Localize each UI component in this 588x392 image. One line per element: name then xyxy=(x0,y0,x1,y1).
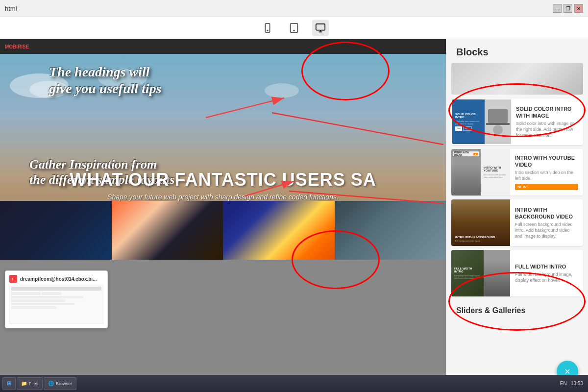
chat-body xyxy=(9,285,103,324)
chat-header: F dreampifcom@host014.cbox.bi... xyxy=(9,275,103,283)
block-desc-fullwidth: Full width background image, display eff… xyxy=(515,272,578,283)
taskbar: ⊞ 📁 Files 🌐 Browser EN 13:53 xyxy=(0,375,588,392)
solid-mini-buttons: Start More xyxy=(455,126,482,131)
hero-title: WHAT OUR FANTASTIC USERS SA xyxy=(0,170,446,190)
taskbar-file-manager[interactable]: 📁 Files xyxy=(17,377,43,390)
taskbar-time: EN 13:53 xyxy=(560,381,586,386)
bgvideo-content: INTRO WITH BACKGROUND Full background vi… xyxy=(451,199,510,246)
solid-left-panel: SOLID COLOR INTRO Solid color intro sect… xyxy=(452,99,485,144)
sidebar-blocks-panel: Blocks SOLID COLOR INTRO Solid color int… xyxy=(446,39,588,392)
solid-right-panel xyxy=(485,99,511,144)
browser-icon: 🌐 xyxy=(48,381,54,386)
mobile-view-button[interactable] xyxy=(259,20,276,36)
bgvideo-mini-desc: Full background video layout xyxy=(455,240,506,242)
block-card-solid-thumb: SOLID COLOR INTRO Solid color intro sect… xyxy=(452,99,511,144)
fullwidth-img xyxy=(484,250,510,296)
block-card-fullwidth-thumb: FULL WIDTH INTRO Full background image l… xyxy=(451,250,510,296)
chat-notification[interactable]: F dreampifcom@host014.cbox.bi... xyxy=(5,270,108,328)
solid-mini-btn2: More xyxy=(463,126,471,131)
fullwidth-thumbnail: FULL WIDTH INTRO Full background image l… xyxy=(451,250,510,296)
gallery-item-2 xyxy=(112,201,223,260)
folder-icon: 📁 xyxy=(21,381,27,386)
notebook-icon xyxy=(493,125,503,135)
preview-logo: MOBIRISE xyxy=(5,44,29,49)
gallery-item-1 xyxy=(0,201,112,260)
gallery-item-3 xyxy=(223,201,335,260)
solid-mini-btn1: Start xyxy=(455,126,462,131)
window-controls: — ❐ ✕ xyxy=(553,4,583,13)
yt-right-desc: Intro section with youtube video embedde… xyxy=(484,173,507,178)
desktop-view-button[interactable] xyxy=(312,20,329,36)
gallery-strip xyxy=(0,201,446,260)
yt-right-title: INTRO WITHYOUTUBE xyxy=(484,166,507,172)
title-bar: html — ❐ ✕ xyxy=(0,0,588,17)
preview-area: MOBIRISE The headings willgive you usefu… xyxy=(0,39,446,392)
chat-app-icon: F xyxy=(9,275,17,283)
solid-thumbnail: SOLID COLOR INTRO Solid color intro sect… xyxy=(452,99,511,144)
youtube-left: INTRO WITH IMAGE ▶ xyxy=(451,149,481,196)
solid-mini-title: SOLID COLOR INTRO xyxy=(455,113,482,119)
fw-mini-desc: Full background image layout with hover … xyxy=(454,274,481,279)
fullwidth-left: FULL WIDTH INTRO Full background image l… xyxy=(451,250,484,296)
windows-icon: ⊞ xyxy=(7,380,11,387)
youtube-mini-bar: INTRO WITH IMAGE ▶ xyxy=(453,151,479,156)
taskbar-start[interactable]: ⊞ xyxy=(2,377,16,390)
block-desc-bgvideo: Full screen background video intro. Add … xyxy=(515,222,578,239)
block-badge-new: NEW xyxy=(515,184,578,190)
block-card-solid-color-intro[interactable]: SOLID COLOR INTRO Solid color intro sect… xyxy=(451,98,583,145)
gallery-item-4 xyxy=(335,201,446,260)
svg-rect-4 xyxy=(316,24,325,30)
block-card-bgvideo-intro[interactable]: INTRO WITH BACKGROUND Full background vi… xyxy=(451,199,583,246)
youtube-right: INTRO WITHYOUTUBE Intro section with you… xyxy=(481,149,510,196)
main-content: MOBIRISE The headings willgive you usefu… xyxy=(0,39,446,392)
youtube-thumbnail: INTRO WITH IMAGE ▶ INTRO WITHYOUTUBE Int… xyxy=(451,149,510,196)
close-button[interactable]: ✕ xyxy=(574,4,583,13)
top-thumbnail[interactable] xyxy=(451,63,583,95)
mini-orange-btn: ▶ xyxy=(473,153,478,155)
restore-button[interactable]: ❐ xyxy=(564,4,572,13)
block-card-fullwidth-intro[interactable]: FULL WIDTH INTRO Full background image l… xyxy=(451,250,583,296)
annotation-text-1: The headings willgive you usefull tips xyxy=(49,64,161,97)
block-title-fullwidth: FULL WIDTH INTRO xyxy=(515,263,578,270)
bgvideo-thumbnail: INTRO WITH BACKGROUND Full background vi… xyxy=(451,199,510,246)
minimize-button[interactable]: — xyxy=(553,4,562,13)
cloud-4 xyxy=(265,83,299,98)
block-card-bgvideo-thumb: INTRO WITH BACKGROUND Full background vi… xyxy=(451,199,510,246)
toolbar xyxy=(0,17,588,39)
block-card-youtube-info: INTRO WITH YOUTUBE VIDEO Intro section w… xyxy=(510,149,583,196)
sidebar-title: Blocks xyxy=(446,39,588,63)
fw-mini-title: FULL WIDTH INTRO xyxy=(454,267,481,273)
svg-point-3 xyxy=(294,30,294,31)
solid-mini-desc: Solid color intro section text goes here… xyxy=(455,120,482,125)
block-card-fullwidth-info: FULL WIDTH INTRO Full width background i… xyxy=(510,250,583,296)
block-card-youtube-intro[interactable]: INTRO WITH IMAGE ▶ INTRO WITHYOUTUBE Int… xyxy=(451,149,583,196)
preview-topbar: MOBIRISE xyxy=(0,39,446,54)
hero-subtitle: Shape your future web project with sharp… xyxy=(0,193,446,201)
block-card-solid-info: SOLID COLOR INTRO WITH IMAGE Solid color… xyxy=(511,99,582,144)
sliders-galleries-label: Sliders & Galleries xyxy=(446,300,588,319)
bgvideo-mini-title: INTRO WITH BACKGROUND xyxy=(455,236,506,239)
blocks-list: SOLID COLOR INTRO Solid color intro sect… xyxy=(446,98,588,300)
block-title-youtube: INTRO WITH YOUTUBE VIDEO xyxy=(515,154,578,169)
block-title-bgvideo: INTRO WITH BACKGROUND VIDEO xyxy=(515,206,578,220)
block-desc-solid: Solid color intro with image on the righ… xyxy=(516,121,577,138)
block-desc-youtube: Intro section with video on the left sid… xyxy=(515,170,578,181)
preview-lower-section: WHAT OUR FANTASTIC USERS SA Shape your f… xyxy=(0,170,446,201)
mini-intro-label: INTRO WITH IMAGE xyxy=(454,151,472,157)
fullwidth-right xyxy=(484,250,510,296)
taskbar-browser[interactable]: 🌐 Browser xyxy=(44,377,76,390)
block-card-youtube-thumb: INTRO WITH IMAGE ▶ INTRO WITHYOUTUBE Int… xyxy=(451,149,510,196)
block-card-bgvideo-info: INTRO WITH BACKGROUND VIDEO Full screen … xyxy=(510,199,583,246)
tablet-view-button[interactable] xyxy=(286,20,302,36)
block-title-solid: SOLID COLOR INTRO WITH IMAGE xyxy=(516,105,577,120)
chat-title: dreampifcom@host014.cbox.bi... xyxy=(20,276,97,282)
laptop-icon xyxy=(488,109,508,123)
window-title: html xyxy=(5,5,17,12)
preview-hero: The headings willgive you usefull tips G… xyxy=(0,54,446,260)
svg-point-1 xyxy=(267,30,268,31)
